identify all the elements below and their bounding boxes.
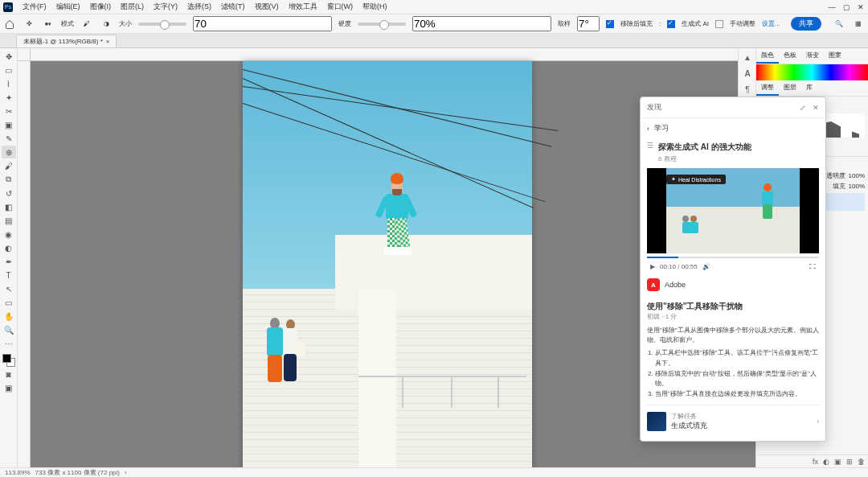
ruler-horizontal[interactable] [31, 48, 755, 61]
collapsed-panel-dock: ▲ A ¶ [738, 48, 755, 98]
tab-gradients[interactable]: 渐变 [801, 48, 824, 64]
search-icon[interactable]: 🔍 [833, 18, 845, 31]
ruler-vertical[interactable] [18, 61, 31, 467]
tutorial-video[interactable]: ✦ Heal Distractions [647, 168, 819, 253]
menu-type[interactable]: 文字(Y) [154, 2, 178, 12]
fx-icon[interactable]: fx [813, 458, 818, 466]
settings-link[interactable]: 设置... [762, 19, 780, 28]
hardness-slider[interactable] [358, 23, 406, 26]
move-tool[interactable]: ✥ [2, 50, 16, 63]
share-button[interactable]: 共享 [791, 17, 821, 31]
wand-tool[interactable]: ✦ [2, 91, 16, 104]
list-icon: ☰ [647, 142, 653, 150]
sample-input[interactable] [577, 16, 600, 31]
paragraph-panel-icon[interactable]: ¶ [740, 82, 755, 97]
opacity-value[interactable]: 100% [849, 172, 865, 179]
tab-layers2[interactable]: 图层 [779, 80, 801, 96]
tool-preset-icon[interactable]: ✜ [23, 18, 35, 31]
volume-icon[interactable]: 🔊 [702, 263, 710, 270]
zoom-tool[interactable]: 🔍 [2, 323, 16, 336]
new-layer-icon[interactable]: ⊞ [846, 458, 853, 466]
menu-layer[interactable]: 图层(L) [121, 2, 144, 12]
fullscreen-icon[interactable]: ⛶ [809, 263, 816, 270]
shape-tool[interactable]: ▭ [2, 296, 16, 309]
trash-icon[interactable]: 🗑 [858, 458, 865, 466]
size-input[interactable] [193, 16, 332, 31]
manual-checkbox[interactable] [715, 20, 723, 28]
tab-patterns[interactable]: 图案 [824, 48, 846, 64]
video-time: 00:10 / 00:55 [660, 263, 698, 270]
home-icon[interactable] [3, 18, 16, 31]
path-tool[interactable]: ↖ [2, 282, 16, 295]
document-tab-close[interactable]: × [106, 38, 110, 45]
video-progress[interactable] [647, 257, 819, 258]
menu-edit[interactable]: 编辑(E) [56, 2, 80, 12]
sample-all-layers-checkbox[interactable] [606, 20, 614, 28]
blur-tool[interactable]: ◉ [2, 228, 16, 241]
discover-expand-icon[interactable]: ⤢ [800, 104, 806, 112]
tab-adjust[interactable]: 调整 [756, 80, 779, 96]
dodge-tool[interactable]: ◐ [2, 241, 16, 254]
chevron-right-icon: › [817, 417, 819, 426]
screen-mode-tool[interactable]: ▣ [2, 381, 16, 394]
menu-view[interactable]: 视图(V) [255, 2, 279, 12]
fill-value[interactable]: 100% [849, 183, 865, 190]
menu-window[interactable]: 窗口(W) [327, 2, 354, 12]
tab-libraries[interactable]: 库 [801, 80, 817, 96]
hardness-input[interactable] [412, 16, 551, 31]
edit-toolbar[interactable]: ⋯ [2, 337, 16, 350]
related-label: 了解任务 [671, 412, 707, 421]
size-slider[interactable] [138, 23, 186, 26]
crop-tool[interactable]: ✂ [2, 105, 16, 117]
history-brush-tool[interactable]: ↺ [2, 187, 16, 199]
menu-filter[interactable]: 滤镜(T) [221, 2, 245, 12]
color-swatches[interactable] [2, 354, 15, 367]
hand-tool[interactable]: ✋ [2, 310, 16, 323]
gradient-tool[interactable]: ▤ [2, 214, 16, 227]
document-tab[interactable]: 未标题-1 @ 113%(RGB/8) * × [16, 35, 117, 47]
document-tab-title: 未标题-1 @ 113%(RGB/8) * [23, 37, 103, 46]
window-minimize[interactable]: — [828, 3, 836, 11]
frame-tool[interactable]: ▣ [2, 118, 16, 131]
document-canvas[interactable] [243, 61, 532, 467]
discover-breadcrumb[interactable]: 学习 [654, 123, 669, 134]
play-icon[interactable]: ▶ [650, 263, 655, 270]
menu-file[interactable]: 文件(F) [23, 2, 47, 12]
window-close[interactable]: ✕ [857, 3, 865, 11]
eyedropper-tool[interactable]: ✎ [2, 132, 16, 145]
section-title: 使用"移除"工具移除干扰物 [647, 301, 819, 312]
pen-tool[interactable]: ✒ [2, 255, 16, 268]
related-tutorial[interactable]: 了解任务 生成式填充 › [647, 405, 819, 434]
status-zoom[interactable]: 113.89% [5, 469, 31, 476]
histogram-panel-icon[interactable]: ▲ [740, 50, 755, 64]
tab-swatches[interactable]: 色板 [779, 48, 801, 64]
quick-mask-tool[interactable]: ◙ [2, 368, 16, 380]
workspace-icon[interactable]: ▦ [852, 18, 865, 31]
healing-tool[interactable]: ⊕ [2, 146, 16, 158]
brush-tool[interactable]: 🖌 [2, 159, 16, 172]
tutorial-steps: 从工具栏中选择"移除"工具。该工具位于"污点修复画笔"工具下。 移除后填充中的"… [647, 348, 819, 400]
stamp-tool[interactable]: ⧉ [2, 173, 16, 186]
type-tool[interactable]: T [2, 269, 16, 282]
new-group-icon[interactable]: ▣ [834, 458, 841, 466]
marquee-tool[interactable]: ▭ [2, 64, 16, 76]
window-maximize[interactable]: ▢ [842, 3, 850, 11]
character-panel-icon[interactable]: A [740, 66, 755, 80]
discover-back-icon[interactable]: ‹ [647, 125, 649, 133]
mask-icon[interactable]: ◐ [823, 458, 829, 466]
menu-help[interactable]: 帮助(H) [362, 2, 387, 12]
lasso-tool[interactable]: ⌇ [2, 77, 16, 90]
status-chevron-icon[interactable]: › [125, 469, 127, 476]
mode-brush-icon[interactable]: 🖌 [80, 18, 93, 31]
status-info[interactable]: 733 像素 x 1100 像素 (72 ppi) [35, 468, 120, 477]
menu-image[interactable]: 图像(I) [90, 2, 112, 12]
discover-close-icon[interactable]: ✕ [813, 104, 819, 112]
brush-preset-icon[interactable]: ●▾ [42, 18, 55, 31]
generative-checkbox[interactable] [667, 20, 675, 28]
menu-select[interactable]: 选择(S) [187, 2, 211, 12]
article-meta: 6 教程 [658, 154, 751, 163]
tab-color[interactable]: 颜色 [756, 48, 779, 64]
eraser-tool[interactable]: ◧ [2, 200, 16, 213]
menu-plugins[interactable]: 增效工具 [289, 2, 317, 12]
mode-lasso-icon[interactable]: ◑ [100, 18, 113, 31]
